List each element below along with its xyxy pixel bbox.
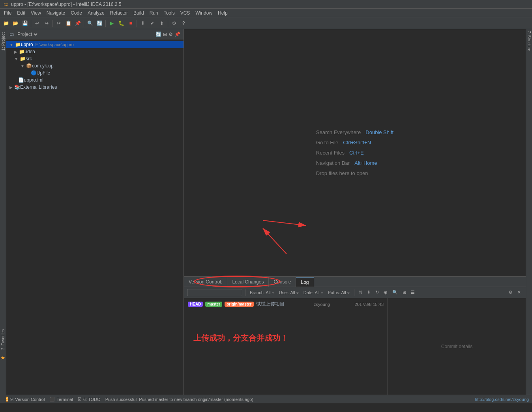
project-tab[interactable]: 1: Project [0, 31, 6, 52]
project-tree: ▼ 📁 uppro E:\workspace\uppro ▶ 📁 .idea ▼… [6, 39, 184, 395]
log-search-input[interactable] [187, 289, 242, 296]
menu-analyze[interactable]: Analyze [85, 9, 107, 17]
menu-navigate[interactable]: Navigate [44, 9, 67, 17]
tree-ext-libs[interactable]: ▶ 📚 External Libraries [6, 84, 184, 91]
idea-label: .idea [25, 49, 35, 54]
todo-icon: ☑ [78, 397, 82, 402]
favorites-tab[interactable]: 2: Favorites [0, 328, 6, 351]
status-terminal[interactable]: ⬛ Terminal [49, 397, 73, 402]
toolbar-undo[interactable]: ↩ [33, 19, 41, 28]
toolbar-sep-5 [137, 20, 137, 27]
toolbar-run[interactable]: ▶ [107, 19, 116, 28]
pin-icon[interactable]: 📌 [174, 32, 180, 37]
date-filter[interactable]: Date: All ÷ [302, 289, 325, 296]
toolbar-sep-2 [52, 20, 53, 27]
user-filter[interactable]: User: All ÷ [277, 289, 300, 296]
btoolbar-right: ⚙ ✕ [507, 289, 523, 296]
menu-build[interactable]: Build [131, 9, 146, 17]
menu-code[interactable]: Code [68, 9, 84, 17]
menu-file[interactable]: File [2, 9, 14, 17]
menu-view[interactable]: View [28, 9, 43, 17]
tag-head: HEAD [188, 302, 203, 307]
paths-filter-label: Paths: All ÷ [328, 290, 350, 295]
hint-search-label: Search Everywhere [316, 127, 361, 138]
toolbar-vcs-commit[interactable]: ✔ [148, 19, 157, 28]
structure-tab[interactable]: 7: Structure [526, 29, 532, 53]
toolbar-debug[interactable]: 🐛 [117, 19, 126, 28]
menu-tools[interactable]: Tools [161, 9, 177, 17]
title-bar: 🗂 uppro - [E:\workspace\uppro] - Intelli… [0, 0, 532, 9]
toolbar: 📁 📂 💾 ↩ ↪ ✂ 📋 📌 🔍 🔄 ▶ 🐛 ■ ⬇ ✔ ⬆ ⚙ ? [0, 17, 532, 29]
root-path: E:\workspace\uppro [36, 42, 74, 47]
right-sidebar-tabs: 7: Structure [526, 29, 532, 395]
toolbar-new-project[interactable]: 📁 [2, 19, 10, 28]
btn-fetch[interactable]: ⬇ [365, 289, 372, 296]
hint-nav-label: Navigation Bar [316, 158, 350, 168]
btoolbar-sep-1 [245, 289, 245, 296]
menu-refactor[interactable]: Refactor [108, 9, 130, 17]
root-arrow: ▼ [9, 43, 13, 47]
toolbar-cut[interactable]: ✂ [54, 19, 63, 28]
toolbar-redo[interactable]: ↪ [42, 19, 51, 28]
menu-vcs[interactable]: VCS [178, 9, 193, 17]
editor-area[interactable]: Search Everywhere Double Shift Go to Fil… [184, 29, 526, 276]
toolbar-replace[interactable]: 🔄 [95, 19, 104, 28]
menu-edit[interactable]: Edit [15, 9, 28, 17]
paths-filter[interactable]: Paths: All ÷ [326, 289, 351, 296]
src-arrow: ▼ [14, 57, 18, 61]
toolbar-settings[interactable]: ⚙ [170, 19, 178, 28]
tab-local-changes[interactable]: Local Changes [227, 277, 269, 287]
bottom-tabs: Version Control: Local Changes Console L… [184, 277, 526, 287]
btn-expand[interactable]: ⊞ [401, 289, 408, 296]
tree-src[interactable]: ▼ 📁 src [6, 55, 184, 62]
btn-settings[interactable]: ⚙ [507, 289, 514, 296]
hint-recent-label: Recent Files [316, 148, 345, 158]
log-entry-0[interactable]: HEAD master origin/master 试试上传项目 zsyoung… [185, 300, 386, 309]
toolbar-vcs-update[interactable]: ⬇ [139, 19, 147, 28]
btn-refresh[interactable]: ↻ [374, 289, 380, 296]
tree-package[interactable]: ▼ 📦 com.yk.up [6, 62, 184, 69]
tab-console[interactable]: Console [269, 277, 296, 287]
gear-icon[interactable]: ⚙ [169, 32, 173, 37]
project-view-select[interactable]: Project [16, 31, 39, 37]
toolbar-open[interactable]: 📂 [11, 19, 20, 28]
collapse-icon[interactable]: ⊟ [163, 32, 167, 37]
annotation-success: 上传成功，分支合并成功！ [185, 309, 386, 367]
toolbar-paste[interactable]: 📌 [73, 19, 82, 28]
commit-details-label: Commit details [441, 344, 472, 349]
tab-log[interactable]: Log [296, 277, 314, 287]
status-message: Push successful: Pushed master to new br… [105, 397, 470, 402]
btn-filter[interactable]: 🔍 [391, 289, 399, 296]
btn-merge[interactable]: ⇅ [357, 289, 364, 296]
btn-highlight[interactable]: ◉ [382, 289, 389, 296]
toolbar-stop[interactable]: ■ [126, 19, 135, 28]
status-vcs[interactable]: 🔀 9: Version Control [3, 397, 45, 402]
toolbar-copy[interactable]: 📋 [64, 19, 73, 28]
iml-label: uppro.iml [24, 77, 43, 83]
menu-bar: File Edit View Navigate Code Analyze Ref… [0, 9, 532, 17]
toolbar-save[interactable]: 💾 [21, 19, 29, 28]
hint-drop-label: Drop files here to open [316, 168, 368, 179]
tree-idea[interactable]: ▶ 📁 .idea [6, 48, 184, 55]
tab-version-control[interactable]: Version Control: [184, 277, 227, 287]
hint-recent-key: Ctrl+E [349, 148, 363, 158]
date-filter-label: Date: All ÷ [303, 290, 323, 295]
tree-root[interactable]: ▼ 📁 uppro E:\workspace\uppro [6, 41, 184, 48]
status-todo[interactable]: ☑ 6: TODO [78, 397, 101, 402]
app-icon: 🗂 [3, 1, 9, 7]
toolbar-find[interactable]: 🔍 [86, 19, 94, 28]
toolbar-help[interactable]: ? [179, 19, 188, 28]
tree-iml[interactable]: 📄 uppro.iml [6, 76, 184, 84]
project-panel: 🗂 Project 🔄 ⊟ ⚙ 📌 ▼ 📁 uppro E:\workspace… [6, 29, 184, 395]
toolbar-sep-3 [84, 20, 84, 27]
btn-group[interactable]: ☰ [409, 289, 416, 296]
package-label: com.yk.up [32, 63, 54, 69]
btn-close[interactable]: ✕ [516, 289, 523, 296]
toolbar-vcs-push[interactable]: ⬆ [157, 19, 166, 28]
menu-run[interactable]: Run [147, 9, 161, 17]
branch-filter[interactable]: Branch: All ÷ [248, 289, 276, 296]
menu-window[interactable]: Window [193, 9, 215, 17]
tree-upfile[interactable]: 🔵 UpFile [6, 69, 184, 76]
sync-icon[interactable]: 🔄 [155, 32, 161, 37]
menu-help[interactable]: Help [215, 9, 230, 17]
